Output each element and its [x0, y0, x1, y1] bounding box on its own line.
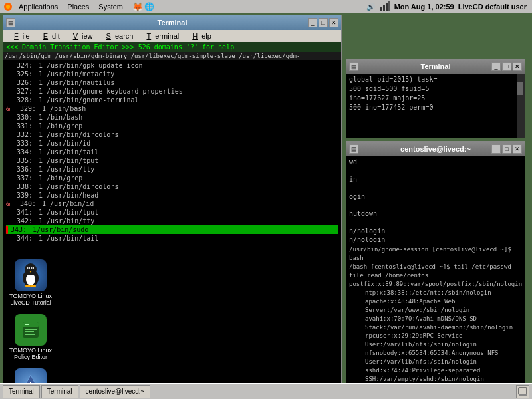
path-bar: /usr/sbin/gdm /usr/sbin/gdm-binary /usr/… [3, 52, 341, 60]
term-line-336: 336: 1 /usr/bin/tty [6, 165, 338, 174]
term-line-339: 339: 1 /usr/bin/head [6, 191, 338, 200]
term-line-342: 342: 1 /usr/bin/tty [6, 217, 338, 225]
svg-rect-25 [519, 388, 527, 394]
term-line-344: 344: 1 /usr/bin/tail [6, 234, 338, 243]
volume-icon[interactable]: 🔊 [366, 3, 376, 11]
system-topbar: Applications Places System 🦊 🌐 🔊 Mon Aug… [0, 0, 532, 13]
tutorial-icon [15, 259, 47, 291]
term-line-335: 335: 1 /usr/bin/tput [6, 156, 338, 165]
editor-label: TOMOYO LinuxPolicy Editor [9, 347, 52, 360]
svg-rect-20 [25, 331, 34, 332]
term3-line-5: ogin [349, 192, 522, 201]
taskbar-terminal-1[interactable]: Terminal [3, 385, 40, 398]
second-terminal-menu-btn[interactable]: ▤ [349, 62, 358, 71]
term2-line-1: global-pid=2015) task= [349, 75, 522, 84]
second-terminal-titlebar: ▤ Terminal _ □ ✕ [346, 59, 525, 74]
taskbar-show-desktop[interactable] [516, 385, 529, 398]
minimize-btn[interactable]: _ [308, 18, 317, 27]
second-terminal-window: ▤ Terminal _ □ ✕ global-pid=2015) task= … [346, 59, 525, 138]
menu-terminal[interactable]: Terminal [138, 32, 183, 40]
svg-rect-2 [380, 7, 382, 11]
term-line-330: 330: 1 /bin/bash [6, 113, 338, 122]
menu-view[interactable]: View [65, 32, 97, 40]
svg-rect-18 [25, 324, 29, 325]
second-maximize-btn[interactable]: □ [502, 62, 511, 71]
second-terminal-content[interactable]: global-pid=2015) task= 500 sgid=500 fsui… [346, 74, 525, 138]
menu-applications[interactable]: Applications [15, 3, 62, 11]
sidebar: TOMOYO LinuxLiveCD Tutorial TOMOYO Linux… [4, 259, 57, 399]
menu-places[interactable]: Places [63, 3, 93, 11]
main-terminal-titlebar: ▤ Terminal _ □ ✕ [3, 15, 341, 30]
term-line-334: 334: 1 /usr/bin/tail [6, 148, 338, 156]
clock: Mon Aug 1, 02:59 [394, 3, 454, 11]
third-terminal-titlebar: ▤ centoslive@livecd:~ _ □ ✕ [346, 142, 525, 156]
main-terminal-menubar: File Edit View Search Terminal Help [3, 30, 341, 42]
svg-point-14 [25, 285, 31, 287]
term2-line-4: 500 ino=177452 perm=0 [349, 103, 522, 112]
taskbar-centoslive[interactable]: centoslive@livecd:~ [80, 385, 151, 398]
editor-icon [15, 314, 47, 346]
second-minimize-btn[interactable]: _ [491, 62, 501, 71]
svg-rect-21 [25, 334, 35, 335]
menu-system[interactable]: System [94, 3, 127, 11]
svg-point-11 [28, 267, 29, 269]
network-status-icon[interactable] [380, 1, 390, 13]
svg-rect-19 [25, 329, 37, 330]
svg-point-8 [25, 263, 37, 275]
term-line-340: & 340: 1 /usr/bin/id [6, 200, 338, 208]
terminal-menu-btn[interactable]: ▤ [6, 18, 15, 27]
term3-line-6 [349, 201, 522, 209]
term-line-325: 325: 1 /usr/bin/metacity [6, 70, 338, 78]
term-line-332: 332: 1 /usr/bin/dircolors [6, 130, 338, 139]
svg-point-12 [32, 267, 33, 269]
term-line-328: 328: 1 /usr/bin/gnome-terminal [6, 96, 338, 104]
network-icon[interactable]: 🌐 [144, 2, 154, 11]
taskbar: Terminal Terminal centoslive@livecd:~ [0, 383, 532, 399]
term-line-326: 326: 1 /usr/bin/nautilus [6, 78, 338, 87]
menu-help[interactable]: Help [184, 32, 215, 40]
third-terminal-window: ▤ centoslive@livecd:~ _ □ ✕ wd in ogin h… [346, 141, 525, 387]
term-line-329: & 329: 1 /bin/bash [6, 104, 338, 113]
svg-rect-3 [383, 5, 385, 11]
term2-line-3: ino=177627 major=25 [349, 94, 522, 103]
system-logo [3, 1, 13, 12]
term3-line-10: n/nologin [349, 235, 522, 244]
third-maximize-btn[interactable]: □ [502, 144, 511, 154]
maximize-btn[interactable]: □ [319, 18, 328, 27]
menu-edit[interactable]: Edit [35, 32, 64, 40]
term-line-341: 341: 1 /usr/bin/tput [6, 208, 338, 217]
menu-search[interactable]: Search [98, 32, 138, 40]
term3-bottom-area: /usr/bin/gnome-session [centoslive@livec… [349, 245, 522, 386]
main-terminal-title: Terminal [6, 19, 338, 27]
term3-line-1: wd [349, 158, 522, 166]
third-terminal-content[interactable]: wd in ogin hutdown n/nologin n/nologin /… [346, 156, 525, 386]
taskbar-terminal-2[interactable]: Terminal [41, 385, 78, 398]
close-btn[interactable]: ✕ [329, 18, 338, 27]
third-terminal-menu-btn[interactable]: ▤ [349, 144, 358, 154]
term3-line-8 [349, 218, 522, 227]
third-minimize-btn[interactable]: _ [491, 144, 501, 154]
third-close-btn[interactable]: ✕ [513, 144, 522, 154]
term2-line-2: 500 sgid=500 fsuid=5 [349, 84, 522, 94]
term-line-343: ▌ 343: 1 /usr/bin/sudo [6, 225, 338, 234]
svg-rect-26 [519, 394, 527, 396]
user-label: LiveCD default user [458, 3, 527, 11]
term3-line-7: hutdown [349, 209, 522, 218]
tutorial-label: TOMOYO LinuxLiveCD Tutorial [9, 293, 52, 306]
svg-point-15 [31, 285, 36, 287]
term-line-333: 333: 1 /usr/bin/id [6, 139, 338, 148]
menu-file[interactable]: File [6, 32, 34, 40]
firefox-icon[interactable]: 🦊 [132, 2, 143, 12]
term-line-338: 338: 1 /usr/bin/dircolors [6, 182, 338, 191]
svg-rect-4 [386, 3, 388, 11]
second-close-btn[interactable]: ✕ [513, 62, 522, 71]
domain-bar: <<< Domain Transition Editor >>> 526 dom… [3, 42, 341, 52]
sidebar-item-editor[interactable]: TOMOYO LinuxPolicy Editor [4, 314, 57, 360]
svg-point-1 [6, 5, 10, 9]
term-line-324: 324: 1 /usr/bin/gpk-update-icon [6, 61, 338, 70]
term-line-337: 337: 1 /bin/grep [6, 174, 338, 182]
sidebar-item-tutorial[interactable]: TOMOYO LinuxLiveCD Tutorial [4, 259, 57, 306]
term3-line-9: n/nologin [349, 227, 522, 235]
term3-line-2 [349, 166, 522, 175]
term-line-331: 331: 1 /bin/grep [6, 122, 338, 130]
